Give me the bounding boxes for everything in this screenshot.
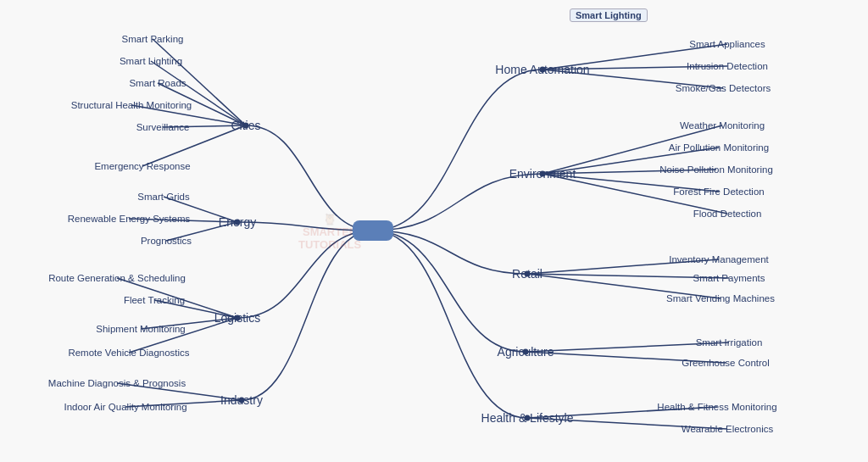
center-node <box>353 220 393 241</box>
branch-industry: Industry <box>220 393 263 407</box>
leaf-shipment-monitoring: Shipment Monitoring <box>96 324 185 334</box>
leaf-machine-diagnosis-&-prognosis: Machine Diagnosis & Prognosis <box>48 378 186 388</box>
smart-lighting-callout: Smart Lighting <box>570 8 648 22</box>
leaf-surveillance: Surveillance <box>136 122 190 132</box>
leaf-intrusion-detection: Intrusion Detection <box>687 61 768 71</box>
leaf-smoke/gas-detectors: Smoke/Gas Detectors <box>676 83 771 93</box>
leaf-forest-fire-detection: Forest Fire Detection <box>673 186 764 197</box>
leaf-emergency-response: Emergency Response <box>94 161 190 171</box>
branch-home_automation: Home Automation <box>495 63 589 76</box>
branch-cities: Cities <box>231 119 260 132</box>
leaf-noise-pollution-monitoring: Noise Pollution Monitoring <box>659 164 773 175</box>
leaf-smart-payments: Smart Payments <box>693 273 765 283</box>
branch-agriculture: Agriculture <box>498 345 554 359</box>
leaf-indoor-air-quality-monitoring: Indoor Air Quality Monitoring <box>64 402 186 412</box>
leaf-inventory-management: Inventory Management <box>669 254 769 264</box>
branch-health: Health & Lifestyle <box>481 411 574 425</box>
leaf-smart-parking: Smart Parking <box>122 34 184 44</box>
leaf-smart-roads: Smart Roads <box>129 78 186 88</box>
leaf-structural-health-monitoring: Structural Health Monitoring <box>71 100 192 110</box>
leaf-smart-lighting: Smart Lighting <box>120 56 182 66</box>
leaf-smart-irrigation: Smart Irrigation <box>696 337 763 348</box>
branch-retail: Retail <box>512 267 542 281</box>
branch-logistics: Logistics <box>214 311 260 325</box>
leaf-air-pollution-monitoring: Air Pollution Monitoring <box>669 142 769 153</box>
mindmap-canvas: 🦉SMARTERTUTORIALS Smart Lighting CitiesS… <box>0 0 868 462</box>
leaf-greenhouse-control: Greenhouse Control <box>682 358 770 368</box>
branch-energy: Energy <box>219 215 256 229</box>
leaf-health-&-fitness-monitoring: Health & Fitness Monitoring <box>657 402 776 412</box>
leaf-prognostics: Prognostics <box>141 236 192 246</box>
leaf-remote-vehicle-diagnostics: Remote Vehicle Diagnostics <box>68 348 189 358</box>
leaf-weather-monitoring: Weather Monitoring <box>680 120 765 131</box>
leaf-route-generation-&-scheduling: Route Generation & Scheduling <box>48 273 186 283</box>
leaf-smart-grids: Smart Grids <box>137 192 189 202</box>
leaf-wearable-electronics: Wearable Electronics <box>682 424 773 434</box>
leaf-smart-appliances: Smart Appliances <box>689 39 765 49</box>
branch-environment: Environment <box>509 167 576 181</box>
leaf-flood-detection: Flood Detection <box>693 209 762 219</box>
leaf-smart-vending-machines: Smart Vending Machines <box>666 293 775 303</box>
leaf-fleet-tracking: Fleet Tracking <box>124 295 185 305</box>
leaf-renewable-energy-systems: Renewable Energy Systems <box>68 214 190 224</box>
